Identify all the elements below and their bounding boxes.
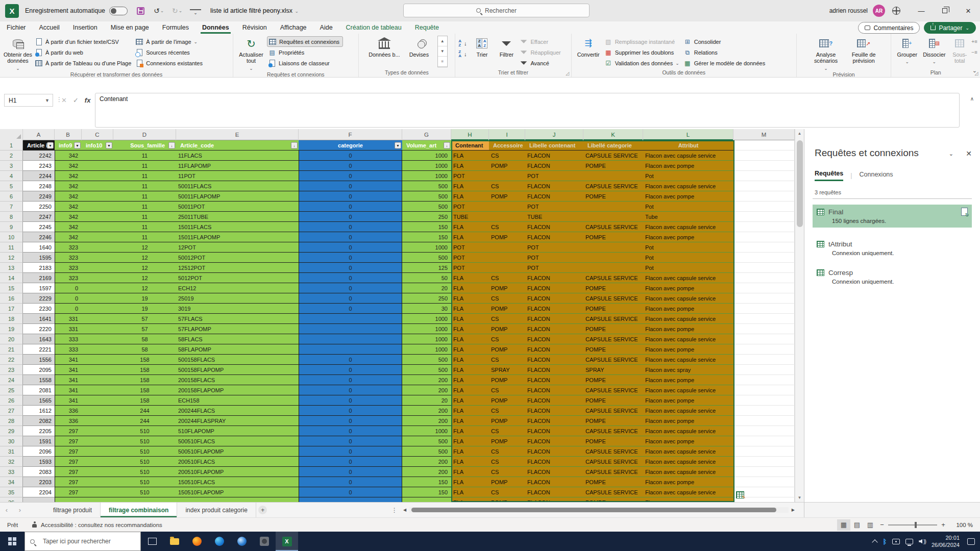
cell-M16[interactable]: [733, 293, 795, 304]
cell-J30[interactable]: FLACON: [525, 436, 583, 446]
cell-I9[interactable]: CS: [489, 222, 525, 232]
column-header-E[interactable]: E: [176, 129, 299, 140]
cell-I35[interactable]: CS: [489, 487, 525, 497]
cell-C8[interactable]: [82, 212, 113, 222]
row-header-36[interactable]: 36: [0, 497, 23, 502]
row-header-33[interactable]: 33: [0, 467, 23, 477]
cell-K15[interactable]: POMPE: [583, 283, 643, 293]
cell-B7[interactable]: 342: [55, 202, 82, 212]
cell-D26[interactable]: 158: [113, 395, 176, 406]
row-header-9[interactable]: 9: [0, 222, 23, 232]
cell-E32[interactable]: 200510FLACS: [176, 457, 299, 467]
cell-F26[interactable]: 0: [299, 395, 402, 406]
cell-I3[interactable]: POMP: [489, 161, 525, 171]
cell-B31[interactable]: 297: [55, 446, 82, 457]
cell-M8[interactable]: [733, 212, 795, 222]
cell-D29[interactable]: 510: [113, 426, 176, 436]
cell-H4[interactable]: POT: [451, 171, 489, 181]
cell-L15[interactable]: Flacon avec pompe: [643, 283, 733, 293]
sort-filter-icon[interactable]: ↓: [444, 142, 450, 148]
column-header-C[interactable]: C: [82, 129, 113, 140]
scroll-up-arrow[interactable]: ▲: [795, 129, 804, 138]
cell-K19[interactable]: POMPE: [583, 324, 643, 334]
header-cell-H1[interactable]: Contenant: [451, 140, 489, 151]
cell-I25[interactable]: CS: [489, 385, 525, 395]
reapply-filter-button[interactable]: Réappliquer: [519, 47, 564, 58]
cell-B18[interactable]: 331: [55, 314, 82, 324]
cell-K16[interactable]: CAPSULE SERVICE: [583, 293, 643, 304]
cell-I13[interactable]: [489, 263, 525, 273]
clear-filter-button[interactable]: Effacer: [519, 36, 564, 47]
cell-G31[interactable]: 500: [402, 446, 451, 457]
restore-button[interactable]: [933, 0, 957, 21]
cell-J18[interactable]: FLACON: [525, 314, 583, 324]
cell-L10[interactable]: Flacon avec pompe: [643, 232, 733, 242]
cell-C33[interactable]: [82, 467, 113, 477]
cell-I31[interactable]: CS: [489, 446, 525, 457]
sort-za-button[interactable]: ZA↓: [457, 48, 470, 59]
cell-J11[interactable]: POT: [525, 242, 583, 253]
cell-I23[interactable]: SPRAY: [489, 365, 525, 375]
cell-M30[interactable]: [733, 436, 795, 446]
cell-B28[interactable]: 336: [55, 416, 82, 426]
cell-G9[interactable]: 150: [402, 222, 451, 232]
row-header-27[interactable]: 27: [0, 406, 23, 416]
cell-E30[interactable]: 500510FLACS: [176, 436, 299, 446]
cell-D3[interactable]: 11: [113, 161, 176, 171]
cell-A30[interactable]: 1591: [23, 436, 55, 446]
cell-I11[interactable]: [489, 242, 525, 253]
cell-H20[interactable]: FLA: [451, 334, 489, 344]
user-name[interactable]: adrien roussel: [829, 7, 868, 14]
row-header-16[interactable]: 16: [0, 293, 23, 304]
header-cell-I1[interactable]: Accessoire: [489, 140, 525, 151]
cell-B16[interactable]: 0: [55, 293, 82, 304]
cell-I29[interactable]: CS: [489, 426, 525, 436]
row-header-13[interactable]: 13: [0, 263, 23, 273]
cell-L31[interactable]: Flacon avec capsule service: [643, 446, 733, 457]
collapse-ribbon-chevron[interactable]: ⌄: [972, 67, 977, 74]
cell-D16[interactable]: 19: [113, 293, 176, 304]
cell-F19[interactable]: [299, 324, 402, 334]
cell-J14[interactable]: FLACON: [525, 273, 583, 283]
cell-B22[interactable]: 341: [55, 355, 82, 365]
cell-G10[interactable]: 150: [402, 232, 451, 242]
cell-A10[interactable]: 2246: [23, 232, 55, 242]
cell-A11[interactable]: 1640: [23, 242, 55, 253]
excel-taskbar-button[interactable]: X: [276, 532, 298, 551]
cell-G24[interactable]: 200: [402, 375, 451, 385]
header-cell-F1[interactable]: categorie▼: [299, 140, 402, 151]
sort-filter-icon[interactable]: ↓: [168, 142, 175, 148]
cell-F14[interactable]: 0: [299, 273, 402, 283]
cell-M34[interactable]: [733, 477, 795, 487]
cell-J16[interactable]: FLACON: [525, 293, 583, 304]
bluetooth-icon[interactable]: ᛒ: [883, 538, 887, 545]
cell-D17[interactable]: 19: [113, 304, 176, 314]
cell-A2[interactable]: 2242: [23, 151, 55, 161]
header-cell-B1[interactable]: info9▼: [55, 140, 82, 151]
cell-C26[interactable]: [82, 395, 113, 406]
cell-F21[interactable]: [299, 344, 402, 355]
cell-K21[interactable]: POMPE: [583, 344, 643, 355]
cell-G34[interactable]: 150: [402, 477, 451, 487]
cell-D21[interactable]: 58: [113, 344, 176, 355]
cell-E24[interactable]: 200158FLACS: [176, 375, 299, 385]
header-cell-C1[interactable]: info10▼: [82, 140, 113, 151]
cell-I12[interactable]: [489, 253, 525, 263]
cell-F10[interactable]: 0: [299, 232, 402, 242]
cell-B20[interactable]: 333: [55, 334, 82, 344]
row-header-20[interactable]: 20: [0, 334, 23, 344]
cell-C31[interactable]: [82, 446, 113, 457]
cell-G20[interactable]: 1000: [402, 334, 451, 344]
manage-data-model-button[interactable]: ▦Gérer le modèle de données: [682, 58, 768, 68]
cell-H5[interactable]: FLA: [451, 181, 489, 191]
what-if-analysis-button[interactable]: ? Analyse scénarios⌄: [806, 36, 846, 71]
cell-K28[interactable]: POMPE: [583, 416, 643, 426]
cell-A6[interactable]: 2249: [23, 191, 55, 202]
cell-M6[interactable]: [733, 191, 795, 202]
cell-C30[interactable]: [82, 436, 113, 446]
cell-L33[interactable]: Flacon avec capsule service: [643, 467, 733, 477]
cell-K31[interactable]: CAPSULE SERVICE: [583, 446, 643, 457]
cell-I22[interactable]: CS: [489, 355, 525, 365]
header-cell-M1[interactable]: [733, 140, 795, 151]
row-header-3[interactable]: 3: [0, 161, 23, 171]
